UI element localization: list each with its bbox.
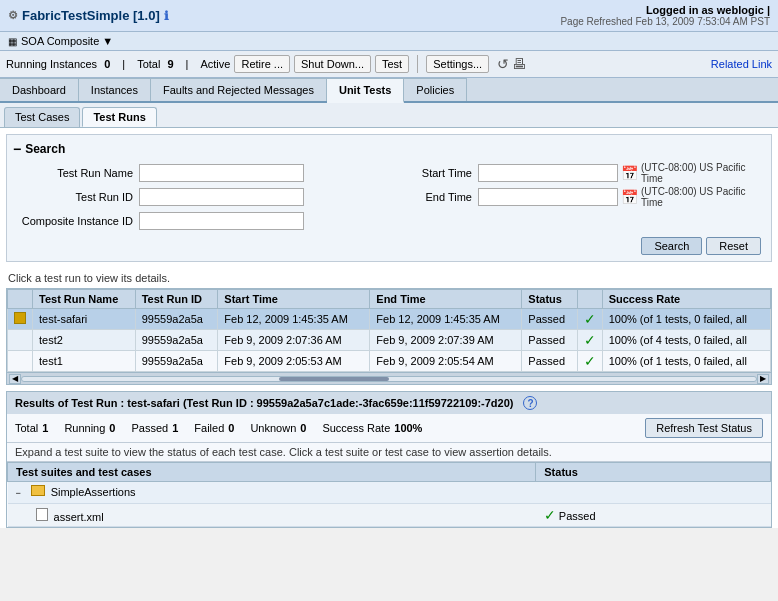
table-row[interactable]: test2 99559a2a5a Feb 9, 2009 2:07:36 AM …: [8, 330, 771, 351]
settings-button[interactable]: Settings...: [426, 55, 489, 73]
test-run-id-label: Test Run ID: [13, 191, 133, 203]
horizontal-scrollbar[interactable]: ◀ ▶: [7, 372, 771, 384]
search-row-name: Test Run Name: [13, 163, 304, 183]
table-row[interactable]: test1 99559a2a5a Feb 9, 2009 2:05:53 AM …: [8, 351, 771, 372]
running-info: Running Instances 0 | Total 9 | Active: [6, 58, 230, 70]
row-id-cell: 99559a2a5a: [135, 351, 218, 372]
suite-name-cell: − SimpleAssertions: [8, 482, 536, 504]
start-time-calendar-icon[interactable]: 📅: [621, 165, 638, 181]
search-actions: Search Reset: [13, 237, 765, 255]
col-icon: [8, 290, 33, 309]
tab-policies[interactable]: Policies: [404, 78, 467, 101]
results-table-wrapper: Test Run Name Test Run ID Start Time End…: [6, 288, 772, 385]
row-success-cell: 100% (of 4 tests, 0 failed, all: [602, 330, 770, 351]
refresh-test-status-button[interactable]: Refresh Test Status: [645, 418, 763, 438]
search-left-col: Test Run Name Test Run ID Composite Inst…: [13, 163, 304, 231]
print-icon[interactable]: 🖶: [512, 56, 526, 72]
tab-faults[interactable]: Faults and Rejected Messages: [151, 78, 327, 101]
grid-icon: ▦: [8, 36, 17, 47]
related-link[interactable]: Related Link: [711, 58, 772, 70]
row-box-icon: [14, 312, 26, 324]
row-id-cell: 99559a2a5a: [135, 309, 218, 330]
soa-label[interactable]: SOA Composite ▼: [21, 35, 113, 47]
test-run-results-title: Results of Test Run : test-safari (Test …: [7, 392, 771, 414]
row-name-cell: test-safari: [33, 309, 136, 330]
col-success-rate[interactable]: Success Rate: [602, 290, 770, 309]
test-case-row[interactable]: assert.xml ✓ Passed: [8, 504, 771, 527]
search-header: − Search: [13, 141, 765, 157]
test-cases-body: − SimpleAssertions assert.xml ✓ Passed: [8, 482, 771, 527]
row-id-cell: 99559a2a5a: [135, 330, 218, 351]
results-table: Test Run Name Test Run ID Start Time End…: [7, 289, 771, 372]
row-status-cell: Passed: [522, 351, 577, 372]
row-status-icon-cell: ✓: [577, 351, 602, 372]
row-icon-cell: [8, 330, 33, 351]
retire-button[interactable]: Retire ...: [234, 55, 290, 73]
row-name-cell: test2: [33, 330, 136, 351]
stat-running: Running 0: [64, 422, 115, 434]
col-name[interactable]: Test Run Name: [33, 290, 136, 309]
reset-button[interactable]: Reset: [706, 237, 761, 255]
scroll-track[interactable]: [21, 376, 757, 382]
test-run-id-input[interactable]: [139, 188, 304, 206]
sub-tab-test-runs[interactable]: Test Runs: [82, 107, 156, 127]
end-time-input[interactable]: [478, 188, 618, 206]
start-time-group: 📅 (UTC-08:00) US Pacific Time: [478, 162, 765, 184]
main-tabs: Dashboard Instances Faults and Rejected …: [0, 78, 778, 103]
search-collapse-icon[interactable]: −: [13, 141, 21, 157]
search-row-end: End Time 📅 (UTC-08:00) US Pacific Time: [354, 187, 765, 207]
table-row[interactable]: test-safari 99559a2a5a Feb 12, 2009 1:45…: [8, 309, 771, 330]
search-right-col: Start Time 📅 (UTC-08:00) US Pacific Time…: [354, 163, 765, 231]
refresh-icon[interactable]: ↺: [497, 56, 509, 72]
test-run-name-input[interactable]: [139, 164, 304, 182]
col-start[interactable]: Start Time: [218, 290, 370, 309]
toolbar-icons: ↺ 🖶: [497, 56, 526, 72]
app-info-icon[interactable]: ℹ: [164, 9, 169, 23]
tab-dashboard[interactable]: Dashboard: [0, 78, 79, 101]
scroll-right-arrow[interactable]: ▶: [757, 374, 769, 384]
start-time-label: Start Time: [354, 167, 472, 179]
header-right: Logged in as weblogic | Page Refreshed F…: [560, 4, 770, 27]
start-time-timezone: (UTC-08:00) US Pacific Time: [641, 162, 765, 184]
test-case-status-cell: ✓ Passed: [536, 504, 771, 527]
running-instances-label: Running Instances 0: [6, 58, 110, 70]
folder-icon: [31, 485, 45, 496]
stat-passed: Passed 1: [131, 422, 178, 434]
col-end[interactable]: End Time: [370, 290, 522, 309]
composite-instance-id-input[interactable]: [139, 212, 304, 230]
scroll-thumb[interactable]: [279, 377, 389, 381]
test-button[interactable]: Test: [375, 55, 409, 73]
tab-instances[interactable]: Instances: [79, 78, 151, 101]
test-suite-row[interactable]: − SimpleAssertions: [8, 482, 771, 504]
row-status-icon-cell: ✓: [577, 309, 602, 330]
start-time-input[interactable]: [478, 164, 618, 182]
search-section: − Search Test Run Name Test Run ID Compo…: [6, 134, 772, 262]
col-status[interactable]: Status: [522, 290, 577, 309]
sub-tab-test-cases[interactable]: Test Cases: [4, 107, 80, 127]
shutdown-button[interactable]: Shut Down...: [294, 55, 371, 73]
stat-total: Total 1: [15, 422, 48, 434]
results-info-icon[interactable]: ?: [523, 396, 537, 410]
col-id[interactable]: Test Run ID: [135, 290, 218, 309]
logged-in-info: Logged in as weblogic |: [560, 4, 770, 16]
scroll-left-arrow[interactable]: ◀: [9, 374, 21, 384]
results-table-scroll[interactable]: Test Run Name Test Run ID Start Time End…: [7, 289, 771, 372]
collapse-icon[interactable]: −: [16, 488, 28, 500]
app-title: ⚙ FabricTestSimple [1.0] ℹ: [8, 8, 169, 23]
search-row-composite-id: Composite Instance ID: [13, 211, 304, 231]
row-status-cell: Passed: [522, 309, 577, 330]
end-time-calendar-icon[interactable]: 📅: [621, 189, 638, 205]
app-title-text: FabricTestSimple [1.0]: [22, 8, 160, 23]
row-start-cell: Feb 9, 2009 2:07:36 AM: [218, 330, 370, 351]
row-end-cell: Feb 9, 2009 2:07:39 AM: [370, 330, 522, 351]
row-icon-cell: [8, 351, 33, 372]
stat-unknown: Unknown 0: [250, 422, 306, 434]
test-case-name: assert.xml: [54, 511, 104, 523]
search-button[interactable]: Search: [641, 237, 702, 255]
col-status-icon: [577, 290, 602, 309]
stat-success-rate: Success Rate 100%: [322, 422, 422, 434]
col-status: Status: [536, 463, 771, 482]
tab-unit-tests[interactable]: Unit Tests: [327, 78, 404, 103]
search-row-start: Start Time 📅 (UTC-08:00) US Pacific Time: [354, 163, 765, 183]
end-time-label: End Time: [354, 191, 472, 203]
